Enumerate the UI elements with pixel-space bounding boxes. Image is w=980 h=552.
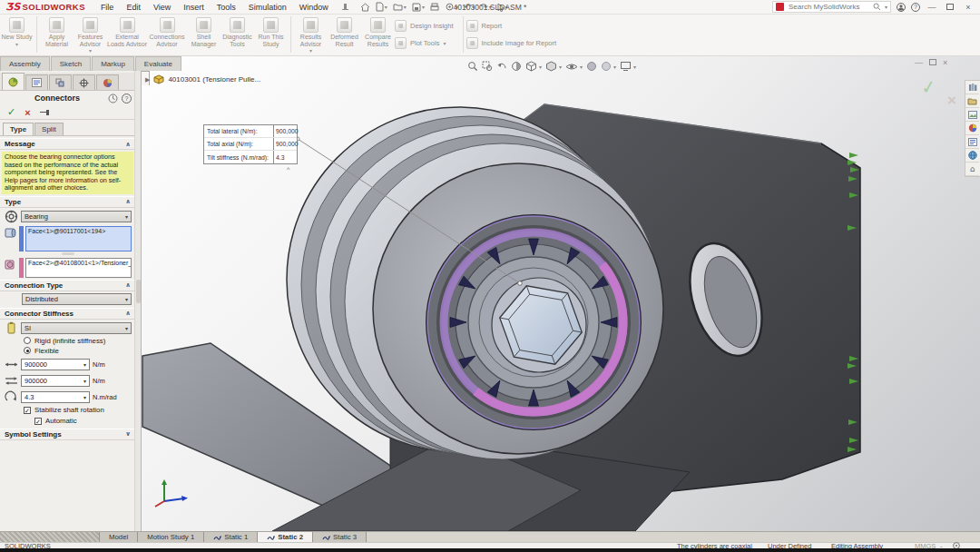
menu-tools[interactable]: Tools [211, 0, 242, 15]
rigid-option[interactable]: Rigid (infinite stiffness) [0, 336, 135, 346]
configuration-manager-tab[interactable] [49, 74, 72, 90]
apply-scene-icon[interactable]: ▾ [601, 61, 616, 72]
property-manager-tab[interactable] [2, 73, 24, 90]
shell-manager-button[interactable]: Shell Manager [187, 15, 220, 47]
search-box[interactable]: ▾ [772, 1, 891, 13]
collapse-chevron-icon[interactable]: ∧ [125, 310, 131, 317]
shaft-face-selection[interactable]: Face<1>@90117001<194> [25, 226, 132, 251]
menu-insert[interactable]: Insert [177, 0, 211, 15]
zoom-to-area-icon[interactable] [482, 61, 493, 72]
tab-assembly[interactable]: Assembly [0, 56, 50, 71]
new-document-icon[interactable]: ▾ [374, 1, 389, 14]
options-gear-icon[interactable]: ▾ [443, 1, 460, 14]
feature-manager-tab[interactable] [25, 74, 48, 90]
splitter-handle[interactable] [0, 532, 100, 542]
compare-results-button[interactable]: Compare Results [361, 15, 395, 47]
tree-expand-icon[interactable]: ▶ [145, 76, 150, 84]
tab-type[interactable]: Type [3, 123, 34, 135]
plot-tools-button[interactable]: Plot Tools ▾ [395, 37, 454, 49]
rigid-radio[interactable] [24, 337, 31, 344]
open-icon[interactable]: ▾ [391, 1, 408, 14]
search-icon[interactable] [873, 3, 881, 11]
tab-motion-study-1[interactable]: Motion Study 1 [138, 532, 204, 542]
selection-resize-handle[interactable] [62, 252, 74, 255]
tab-split[interactable]: Split [34, 123, 64, 135]
panel-scrollbar[interactable] [134, 71, 141, 531]
report-button[interactable]: Report [466, 20, 557, 32]
bearing-connector-callout[interactable]: Total lateral (N/m): 900,000 Total axial… [203, 124, 298, 164]
connector-stiffness-section-header[interactable]: Connector Stiffness ∧ [0, 308, 135, 320]
menu-file[interactable]: File [94, 0, 121, 15]
tab-evaluate[interactable]: Evaluate [135, 56, 181, 71]
close-icon[interactable]: × [962, 3, 975, 12]
view-palette-icon[interactable] [965, 108, 979, 122]
diagnostic-tools-button[interactable]: Diagnostic Tools [220, 15, 254, 47]
results-advisor-button[interactable]: Results Advisor ▾ [294, 15, 328, 54]
deformed-result-button[interactable]: Deformed Result [328, 15, 361, 47]
expand-chevron-icon[interactable]: ∨ [125, 430, 131, 438]
menu-edit[interactable]: Edit [120, 0, 147, 15]
appearances-scenes-icon[interactable] [965, 122, 979, 135]
zoom-to-fit-icon[interactable] [467, 61, 478, 72]
apply-material-button[interactable]: Apply Material [40, 15, 74, 47]
stabilize-shaft-rotation-option[interactable]: ✓ Stabilize shaft rotation [0, 405, 135, 416]
tilt-stiffness-input[interactable]: 4.3 ▾ [21, 391, 90, 403]
tab-sketch[interactable]: Sketch [51, 56, 91, 71]
symbol-settings-section-header[interactable]: Symbol Settings ∨ [0, 429, 135, 440]
type-section-header[interactable]: Type ∧ [0, 196, 135, 208]
design-insight-button[interactable]: Design Insight [395, 20, 454, 32]
previous-view-icon[interactable] [496, 61, 507, 72]
file-explorer-icon[interactable] [965, 94, 979, 108]
undo-icon[interactable]: ↶▾ [462, 1, 476, 14]
confirmation-ok-icon[interactable]: ✓ [919, 75, 937, 99]
doc-minimize-icon[interactable]: — [915, 58, 923, 67]
stabilize-checkbox[interactable]: ✓ [24, 407, 31, 414]
select-icon[interactable]: ▾ [495, 1, 510, 14]
tree-root-label[interactable]: 40103001 (Tensioner Pulle... [168, 75, 260, 84]
run-this-study-button[interactable]: Run This Study [254, 15, 288, 47]
search-scope-caret-icon[interactable]: ▾ [885, 4, 887, 10]
connection-type-dropdown[interactable]: Distributed ▾ [22, 293, 132, 305]
doc-close-icon[interactable]: × [943, 58, 947, 67]
external-loads-advisor-button[interactable]: External Loads Advisor [107, 15, 147, 47]
search-input[interactable] [787, 2, 870, 12]
home-icon[interactable] [358, 1, 372, 14]
callout-collapse-icon[interactable]: ^ [287, 166, 289, 172]
cancel-button[interactable]: × [24, 107, 30, 118]
section-view-icon[interactable] [511, 61, 522, 72]
automatic-checkbox[interactable]: ✓ [34, 418, 42, 425]
tab-static-3[interactable]: Static 3 [313, 532, 367, 542]
design-library-icon[interactable] [965, 81, 979, 94]
save-icon[interactable]: ▾ [410, 1, 426, 14]
help-icon[interactable]: ? [911, 3, 920, 12]
connector-type-dropdown[interactable]: Bearing ▾ [21, 211, 132, 222]
axial-stiffness-input[interactable]: 900000 ▾ [21, 375, 90, 387]
login-user-icon[interactable] [897, 3, 906, 12]
custom-properties-icon[interactable] [965, 135, 979, 149]
display-style-icon[interactable]: ▾ [545, 61, 562, 72]
collapse-chevron-icon[interactable]: ∧ [125, 141, 131, 148]
dimxpert-manager-tab[interactable] [73, 74, 95, 90]
tab-markup[interactable]: Markup [92, 56, 134, 71]
hide-show-items-icon[interactable]: ▾ [565, 62, 583, 72]
flexible-radio[interactable] [24, 347, 31, 354]
menu-pin-icon[interactable] [340, 3, 349, 12]
connections-advisor-button[interactable]: Connections Advisor [147, 15, 187, 47]
menu-window[interactable]: Window [293, 0, 335, 15]
connection-type-section-header[interactable]: Connection Type ∧ [0, 280, 135, 291]
view-settings-icon[interactable]: ▾ [620, 61, 636, 72]
menu-simulation[interactable]: Simulation [242, 0, 293, 15]
redo-icon[interactable]: ↷▾ [478, 1, 493, 14]
collapse-chevron-icon[interactable]: ∧ [125, 281, 131, 289]
fixtures-advisor-button[interactable]: Features Advisor ▾ [74, 15, 107, 54]
menu-view[interactable]: View [147, 0, 177, 15]
print-icon[interactable] [428, 1, 441, 14]
flexible-option[interactable]: Flexible [0, 346, 135, 356]
automatic-option[interactable]: ✓ Automatic [0, 416, 135, 427]
housing-face-selection[interactable]: Face<2>@40108001<1>/Tensioner_Pull- [25, 258, 132, 278]
message-section-header[interactable]: Message ∧ [0, 138, 135, 150]
panel-help-icon[interactable]: ? [122, 94, 132, 104]
restore-icon[interactable] [944, 3, 956, 12]
ok-button[interactable]: ✓ [7, 106, 15, 118]
tab-model[interactable]: Model [100, 532, 138, 542]
